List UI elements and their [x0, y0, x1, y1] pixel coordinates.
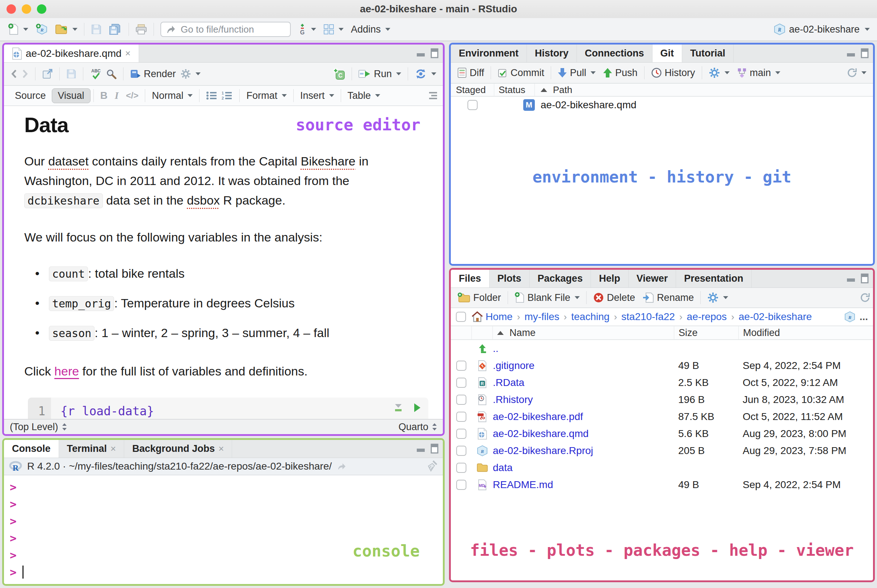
console-input-line[interactable]: > — [10, 563, 443, 580]
tab-console[interactable]: Console — [4, 440, 59, 458]
file-row-rhistory[interactable]: .Rhistory 196 B Jun 8, 2023, 10:32 AM — [451, 391, 873, 408]
run-button[interactable]: Run — [355, 65, 405, 82]
tab-help[interactable]: Help — [591, 270, 629, 288]
column-header-size[interactable]: Size — [674, 326, 738, 339]
find-replace-button[interactable] — [106, 65, 120, 82]
mode-visual-button[interactable]: Visual — [52, 88, 90, 103]
new-blank-file-button[interactable]: Blank File — [511, 289, 584, 306]
document-content[interactable]: source editor Data Our dataset contains … — [4, 106, 443, 419]
console-content[interactable]: > > > > > > console — [4, 476, 443, 584]
column-header-modified[interactable]: Modified — [738, 326, 873, 339]
goto-file-box[interactable] — [160, 22, 291, 37]
minimize-pane-icon[interactable] — [846, 274, 856, 282]
editor-tab[interactable]: ae-02-bikeshare.qmd × — [4, 45, 139, 62]
file-row-rproj[interactable]: R ae-02-bikeshare.Rproj 205 B Aug 29, 20… — [451, 442, 873, 459]
diff-button[interactable]: Diff — [454, 64, 488, 81]
scope-selector[interactable]: (Top Level) — [10, 422, 67, 433]
mode-source-button[interactable]: Source — [9, 89, 52, 103]
file-row-gitignore[interactable]: .gitignore 49 B Sep 4, 2022, 2:54 PM — [451, 357, 873, 374]
save-button[interactable] — [87, 21, 105, 38]
code-chunk[interactable]: 1{r load-data} 2#| message: false 3bikes… — [28, 398, 428, 419]
close-tab-icon[interactable]: × — [111, 443, 116, 454]
bullet-list-button[interactable] — [202, 87, 221, 104]
save-document-button[interactable] — [63, 65, 80, 82]
print-button[interactable] — [132, 21, 151, 38]
format-menu[interactable]: Format — [243, 87, 291, 104]
tab-viewer[interactable]: Viewer — [629, 270, 676, 288]
tab-files[interactable]: Files — [451, 270, 490, 288]
breadcrumb-my-files[interactable]: my-files — [524, 311, 559, 322]
maximize-pane-icon[interactable] — [430, 48, 439, 58]
new-project-button[interactable]: R — [32, 21, 51, 38]
close-tab-icon[interactable]: × — [125, 48, 131, 59]
refresh-icon[interactable] — [860, 292, 870, 303]
commit-button[interactable]: Commit — [494, 64, 548, 81]
column-header-path[interactable]: Path — [535, 84, 873, 96]
back-button[interactable] — [7, 65, 21, 82]
file-checkbox[interactable] — [456, 361, 466, 371]
file-checkbox[interactable] — [456, 463, 466, 473]
tab-history[interactable]: History — [527, 45, 577, 62]
branch-menu[interactable]: main — [733, 64, 784, 81]
addins-menu[interactable]: Addins — [347, 21, 394, 38]
file-checkbox[interactable] — [456, 480, 466, 490]
breadcrumb-ae-repos[interactable]: ae-repos — [687, 311, 727, 322]
tab-terminal[interactable]: Terminal× — [59, 440, 124, 458]
numbered-list-button[interactable]: 12 — [221, 87, 237, 104]
italic-button[interactable]: I — [111, 90, 122, 101]
bold-button[interactable]: B — [97, 90, 111, 101]
tab-environment[interactable]: Environment — [451, 45, 527, 62]
breadcrumb-sta210-fa22[interactable]: sta210-fa22 — [621, 311, 675, 322]
file-checkbox[interactable] — [456, 412, 466, 422]
tab-plots[interactable]: Plots — [490, 270, 530, 288]
close-tab-icon[interactable]: × — [218, 443, 224, 454]
tab-git[interactable]: Git — [652, 45, 682, 62]
file-row-readme[interactable]: MD README.md 49 B Sep 4, 2022, 2:54 PM — [451, 476, 873, 493]
breadcrumb-more[interactable]: ... — [860, 311, 868, 322]
git-commit-button[interactable]: G — [294, 21, 320, 38]
render-button[interactable]: Render — [126, 65, 180, 82]
file-checkbox[interactable] — [456, 394, 466, 405]
column-header-staged[interactable]: Staged — [451, 84, 494, 96]
file-checkbox[interactable] — [456, 429, 466, 439]
new-file-button[interactable] — [4, 21, 32, 38]
tab-connections[interactable]: Connections — [577, 45, 652, 62]
forward-button[interactable] — [21, 65, 32, 82]
column-header-status[interactable]: Status — [494, 84, 535, 96]
outline-toggle-icon[interactable] — [427, 91, 438, 100]
history-button[interactable]: History — [648, 64, 699, 81]
r-project-icon[interactable]: R — [844, 311, 855, 322]
delete-file-button[interactable]: Delete — [589, 289, 639, 306]
file-type-selector[interactable]: Quarto — [398, 422, 437, 433]
insert-chunk-button[interactable]: C — [329, 65, 349, 82]
select-all-checkbox[interactable] — [456, 312, 466, 322]
staged-checkbox[interactable] — [468, 100, 478, 110]
minimize-pane-icon[interactable] — [846, 49, 856, 57]
save-all-button[interactable] — [105, 21, 126, 38]
maximize-pane-icon[interactable] — [861, 48, 869, 58]
project-selector[interactable]: R ae-02-bikeshare — [774, 23, 873, 36]
git-refresh-button[interactable] — [843, 64, 870, 81]
render-options-button[interactable] — [180, 65, 204, 82]
code-format-button[interactable]: </> — [122, 90, 142, 100]
insert-menu[interactable]: Insert — [297, 87, 338, 104]
tab-presentation[interactable]: Presentation — [676, 270, 752, 288]
file-row-pdf[interactable]: ae-02-bikeshare.pdf 87.5 KB Oct 5, 2022,… — [451, 408, 873, 425]
file-row-qmd[interactable]: ae-02-bikeshare.qmd 5.6 KB Aug 29, 2023,… — [451, 425, 873, 442]
file-checkbox[interactable] — [456, 378, 466, 388]
paragraph-style-menu[interactable]: Normal — [148, 87, 196, 104]
breadcrumb-teaching[interactable]: teaching — [571, 311, 610, 322]
pull-button[interactable]: Pull — [554, 64, 599, 81]
table-menu[interactable]: Table — [344, 87, 384, 104]
rename-file-button[interactable]: Rename — [639, 289, 697, 306]
open-file-button[interactable] — [51, 21, 81, 38]
git-file-row[interactable]: M ae-02-bikeshare.qmd — [451, 97, 873, 113]
git-settings-button[interactable] — [705, 64, 733, 81]
file-row-updir[interactable]: .. — [451, 340, 873, 357]
tab-background-jobs[interactable]: Background Jobs× — [124, 440, 232, 458]
tab-packages[interactable]: Packages — [530, 270, 591, 288]
file-checkbox[interactable] — [456, 446, 466, 456]
workspace-panes-button[interactable] — [320, 21, 347, 38]
minimize-pane-icon[interactable] — [416, 49, 426, 57]
spellcheck-button[interactable]: ABC — [86, 65, 106, 82]
